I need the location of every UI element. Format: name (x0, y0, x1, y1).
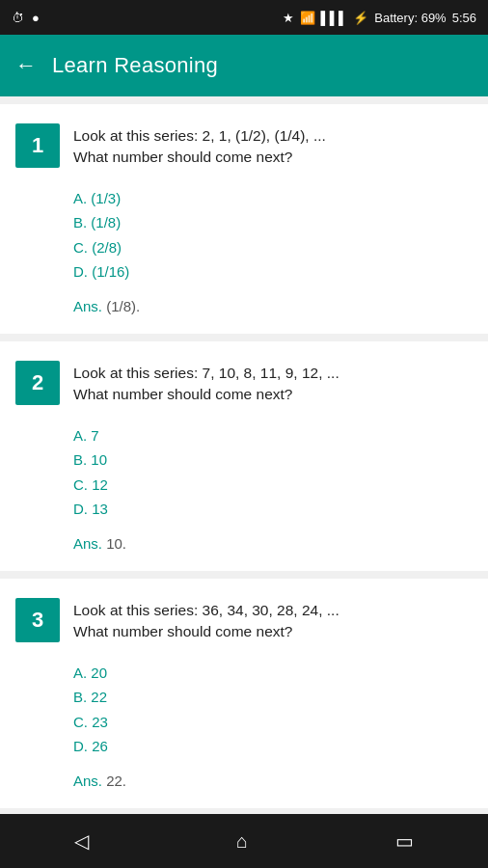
option-1-4[interactable]: D. (1/16) (73, 259, 473, 285)
battery-icon: ⚡ (353, 11, 368, 25)
option-2-4[interactable]: D. 13 (73, 497, 473, 522)
question-text-2: Look at this series: 7, 10, 8, 11, 9, 12… (73, 361, 339, 406)
status-bar: ⏱ ● ★ 📶 ▌▌▌ ⚡ Battery: 69% 5:56 (0, 0, 488, 35)
option-3-1[interactable]: A. 20 (73, 661, 473, 686)
wifi-icon: 📶 (300, 11, 315, 25)
option-3-2[interactable]: B. 22 (73, 685, 473, 710)
options-3: A. 20B. 22C. 23D. 26 (15, 661, 473, 759)
back-button[interactable]: ← (15, 53, 37, 78)
answer-2: Ans. 10. (15, 535, 473, 552)
app-bar: ← Learn Reasoning (0, 35, 488, 96)
option-2-2[interactable]: B. 10 (73, 448, 473, 473)
question-card-1: 1Look at this series: 2, 1, (1/2), (1/4)… (0, 104, 488, 334)
question-header-2: 2Look at this series: 7, 10, 8, 11, 9, 1… (15, 361, 473, 406)
nav-recent-button[interactable]: ▭ (376, 822, 433, 860)
status-left-icons: ⏱ ● (12, 11, 40, 25)
app-title: Learn Reasoning (52, 53, 218, 78)
question-number-1: 1 (15, 123, 60, 168)
nav-home-button[interactable]: ⌂ (217, 823, 267, 860)
battery-percent: Battery: 69% (374, 11, 446, 25)
bottom-nav: ◁ ⌂ ▭ (0, 814, 488, 868)
option-1-2[interactable]: B. (1/8) (73, 210, 473, 235)
star-icon: ★ (283, 11, 294, 25)
question-card-3: 3Look at this series: 36, 34, 30, 28, 24… (0, 579, 488, 808)
options-1: A. (1/3)B. (1/8)C. (2/8)D. (1/16) (15, 186, 473, 285)
clock: 5:56 (452, 11, 476, 25)
content-area: 1Look at this series: 2, 1, (1/2), (1/4)… (0, 96, 488, 814)
answer-label-1: Ans. (73, 298, 106, 314)
question-header-1: 1Look at this series: 2, 1, (1/2), (1/4)… (15, 123, 473, 169)
question-text-1: Look at this series: 2, 1, (1/2), (1/4),… (73, 123, 326, 169)
answer-value-1: (1/8). (106, 298, 140, 314)
answer-label-3: Ans. (73, 773, 106, 789)
answer-value-2: 10. (106, 535, 126, 552)
answer-1: Ans. (1/8). (15, 298, 473, 314)
option-1-3[interactable]: C. (2/8) (73, 235, 473, 260)
usb-icon: ⏱ (12, 11, 24, 25)
options-2: A. 7B. 10C. 12D. 13 (15, 423, 473, 522)
answer-value-3: 22. (106, 773, 126, 789)
option-3-3[interactable]: C. 23 (73, 710, 473, 735)
status-right-info: ★ 📶 ▌▌▌ ⚡ Battery: 69% 5:56 (283, 11, 476, 25)
option-3-4[interactable]: D. 26 (73, 734, 473, 759)
dot-icon: ● (32, 11, 40, 25)
question-header-3: 3Look at this series: 36, 34, 30, 28, 24… (15, 598, 473, 643)
signal-icon: ▌▌▌ (321, 11, 348, 25)
question-text-3: Look at this series: 36, 34, 30, 28, 24,… (73, 598, 339, 643)
option-2-3[interactable]: C. 12 (73, 473, 473, 498)
answer-3: Ans. 22. (15, 773, 473, 789)
nav-back-button[interactable]: ◁ (55, 822, 108, 860)
question-number-3: 3 (15, 598, 60, 642)
question-card-2: 2Look at this series: 7, 10, 8, 11, 9, 1… (0, 341, 488, 571)
option-2-1[interactable]: A. 7 (73, 423, 473, 448)
question-number-2: 2 (15, 361, 60, 405)
option-1-1[interactable]: A. (1/3) (73, 186, 473, 211)
answer-label-2: Ans. (73, 535, 106, 552)
